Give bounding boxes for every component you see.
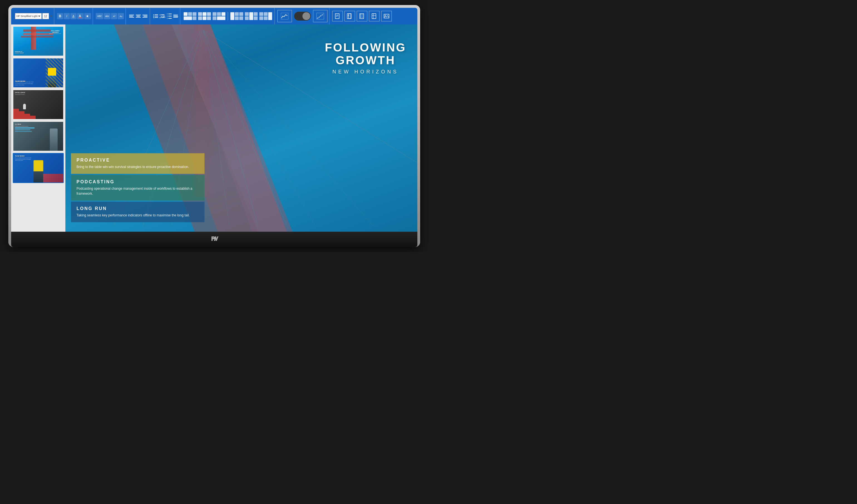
toggle-knob — [302, 12, 310, 20]
slide-thumb-3[interactable]: EXCELLENCE Interactively procreate... — [13, 90, 64, 120]
toggle-button[interactable] — [294, 12, 311, 21]
layout-grid-5[interactable] — [244, 12, 258, 21]
svg-point-9 — [322, 15, 323, 16]
svg-rect-19 — [360, 14, 361, 15]
toolbar: HP Simplified Light 12 B I A — [11, 8, 417, 24]
font-selector[interactable]: HP Simplified Light — [15, 13, 42, 19]
line-spacing-button[interactable]: Opt — [173, 14, 178, 18]
svg-rect-14 — [347, 14, 351, 19]
box-longrun-title: LONG RUN — [77, 206, 199, 211]
scatter-chart-button[interactable] — [313, 10, 327, 22]
layout-grid-2[interactable] — [198, 12, 212, 21]
bullet-list-button[interactable] — [153, 14, 158, 19]
content-box-podcasting: PODCASTING Podcasting operational change… — [71, 175, 204, 201]
slide-thumb-2[interactable]: TEAM WORK Ensure activities led by the t… — [13, 58, 64, 88]
svg-rect-21 — [360, 16, 361, 16]
notes-1-icon — [334, 13, 340, 19]
slide-1-preview: FOLLOWING GROWTH NEW HORIZONS BRINGING U… — [13, 27, 63, 56]
screen-content: HP Simplified Light 12 B I A — [11, 8, 417, 232]
image-insert-icon — [383, 13, 389, 19]
box-proactive-title: PROACTIVE — [77, 158, 199, 163]
superscript-button[interactable]: A² — [111, 13, 117, 19]
box-proactive-body: Bring to the table win-win survival stra… — [77, 164, 199, 169]
svg-text:★: ★ — [86, 15, 89, 18]
layout-grid-1[interactable] — [183, 12, 197, 21]
notes-group — [331, 8, 393, 24]
underline-button[interactable]: A — [70, 13, 77, 19]
layout-grid-3[interactable] — [212, 12, 226, 21]
layout-grid-6[interactable] — [259, 12, 273, 21]
slide-4-preview: GLOBAL Offsets these previous projects..… — [13, 122, 63, 151]
bold-button[interactable]: B — [57, 13, 63, 19]
monitor-bottom-bezel — [11, 232, 417, 247]
slide-subtitle: NEW HORIZONS — [325, 69, 406, 75]
font-name-label: HP Simplified Light — [16, 15, 37, 18]
main-slide: FOLLOWING GROWTH NEW HORIZONS PROACTIVE … — [65, 24, 417, 232]
slide-thumb-1[interactable]: FOLLOWING GROWTH NEW HORIZONS BRINGING U… — [13, 26, 64, 56]
notes-4-icon — [371, 13, 377, 19]
svg-rect-28 — [384, 14, 389, 18]
content-box-proactive: PROACTIVE Bring to the table win-win sur… — [71, 153, 204, 174]
slide-5-preview: TEAM WORK Ensure activities led by the t… — [13, 154, 63, 183]
align-center-button[interactable] — [135, 14, 141, 18]
notes-3-button[interactable] — [357, 11, 367, 21]
slide-thumb-4[interactable]: GLOBAL Offsets these previous projects..… — [13, 121, 64, 151]
italic-icon: I — [66, 15, 67, 18]
subscript-button[interactable]: A₂ — [118, 13, 124, 19]
line-chart-icon — [281, 12, 288, 20]
slide-title-line2: GROWTH — [325, 54, 406, 67]
font-size-dropdown-arrow[interactable] — [50, 16, 52, 17]
align-right-button[interactable] — [142, 14, 148, 18]
hp-logo — [210, 235, 218, 244]
content-box-longrun: LONG RUN Taking seamless key performance… — [71, 202, 204, 222]
slide-title-line1: FOLLOWING — [325, 41, 406, 54]
box-podcasting-body: Podcasting operational change management… — [77, 186, 199, 196]
font-size-value: 12 — [44, 15, 47, 18]
svg-rect-25 — [372, 14, 376, 19]
font-dropdown-arrow[interactable] — [38, 16, 40, 17]
svg-rect-10 — [335, 14, 339, 19]
svg-rect-15 — [349, 14, 351, 19]
italic-button[interactable]: I — [64, 13, 70, 19]
lowercase-button[interactable]: abc — [104, 13, 111, 19]
slide-title: FOLLOWING GROWTH NEW HORIZONS — [325, 41, 406, 75]
svg-point-8 — [320, 15, 321, 16]
box-podcasting-title: PODCASTING — [77, 179, 199, 185]
slide-2-preview: TEAM WORK Ensure activities led by the t… — [13, 58, 63, 87]
notes-3-icon — [359, 13, 365, 19]
notes-2-button[interactable] — [345, 11, 355, 21]
font-size-box[interactable]: 12 — [42, 13, 49, 19]
spacing-group: Opt ≡ ≡ ≡ — [151, 8, 180, 24]
notes-1-button[interactable] — [332, 11, 343, 21]
monitor: HP Simplified Light 12 B I A — [9, 5, 420, 247]
svg-point-7 — [319, 17, 320, 18]
layout-group — [181, 8, 275, 24]
image-insert-button[interactable] — [381, 11, 392, 21]
font-group: HP Simplified Light 12 — [13, 8, 54, 24]
notes-2-icon — [347, 13, 353, 19]
numbered-list-button[interactable]: ≡ ≡ ≡ — [166, 13, 172, 20]
alignment-group — [127, 8, 150, 24]
box-longrun-body: Taking seamless key performance indicato… — [77, 213, 199, 218]
text-highlight-icon: ★ — [86, 14, 89, 18]
text-style-group: ABC abc A² A₂ — [94, 8, 126, 24]
text-highlight-button[interactable]: ★ — [84, 13, 91, 19]
text-color-icon: A — [79, 14, 82, 18]
indent-button[interactable]: Opt — [159, 14, 166, 19]
main-area: FOLLOWING GROWTH NEW HORIZONS BRINGING U… — [11, 24, 417, 232]
layout-grid-4[interactable] — [230, 12, 244, 21]
content-boxes: PROACTIVE Bring to the table win-win sur… — [71, 153, 204, 223]
slide-thumb-5[interactable]: TEAM WORK Ensure activities led by the t… — [13, 153, 64, 183]
svg-rect-1 — [79, 18, 82, 18]
screen-bezel: HP Simplified Light 12 B I A — [11, 8, 417, 232]
chart-group — [276, 8, 330, 24]
svg-point-6 — [317, 18, 318, 19]
uppercase-button[interactable]: ABC — [96, 13, 103, 19]
scatter-chart-icon — [316, 12, 324, 20]
text-color-button[interactable]: A — [77, 13, 84, 19]
notes-4-button[interactable] — [369, 11, 380, 21]
text-format-group: B I A A ★ — [55, 8, 93, 24]
line-chart-button[interactable] — [278, 10, 292, 22]
align-left-button[interactable] — [129, 14, 135, 18]
svg-rect-23 — [360, 17, 361, 18]
